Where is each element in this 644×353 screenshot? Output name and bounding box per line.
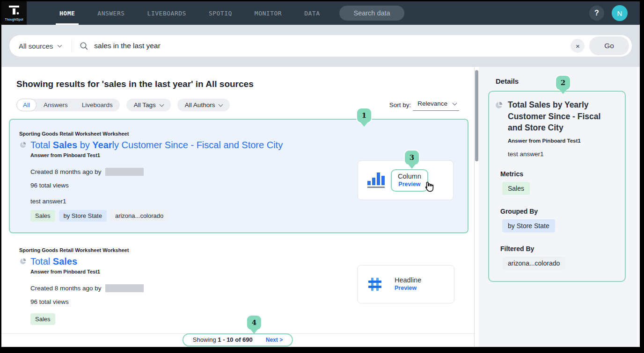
- callout-1: 1: [357, 108, 371, 122]
- details-card: 2 Total Sales by Yearly Customer Since -…: [488, 91, 626, 282]
- answer-pie-icon: [19, 258, 27, 265]
- scrollbar-thumb[interactable]: [475, 70, 478, 161]
- panel-divider: [474, 67, 479, 347]
- nav-item-monitor[interactable]: MONITOR: [243, 1, 293, 25]
- worksheet-source-label: Sporting Goods Retail Worksheet Workshee…: [19, 131, 456, 137]
- details-subtitle: Answer from Pinboard Test1: [508, 138, 618, 144]
- app-window: ThoughtSpot HOME ANSWERS LIVEBOARDS SPOT…: [0, 0, 644, 353]
- callout-4: 4: [247, 316, 261, 330]
- chart-preview-card[interactable]: 3 Column Preview: [358, 160, 454, 200]
- nav-right-group: ? N: [589, 1, 640, 25]
- nav-item-liveboards[interactable]: LIVEBOARDS: [136, 1, 198, 25]
- top-nav: ThoughtSpot HOME ANSWERS LIVEBOARDS SPOT…: [1, 1, 640, 25]
- help-button[interactable]: ?: [589, 6, 604, 21]
- answer-subtitle: Answer from Pinboard Test1: [30, 152, 456, 158]
- metric-tag[interactable]: Sales: [30, 210, 55, 222]
- search-bar: All sources × Go: [9, 35, 632, 57]
- sort-control: Sort by: Relevance: [389, 99, 459, 111]
- answer-pie-icon: [495, 101, 503, 109]
- search-input[interactable]: [93, 41, 571, 50]
- details-title: Total Sales by Yearly Customer Since - F…: [508, 99, 609, 134]
- filtered-by-heading: Filtered By: [500, 245, 618, 252]
- nav-search-data-button[interactable]: Search data: [339, 6, 404, 21]
- metrics-tag[interactable]: Sales: [502, 182, 530, 195]
- filter-tag[interactable]: arizona...colorado: [110, 210, 168, 222]
- source-selector-label: All sources: [19, 42, 53, 50]
- preview-link[interactable]: Preview: [398, 181, 421, 187]
- nav-item-spotiq[interactable]: SPOTIQ: [198, 1, 243, 25]
- chart-type-label: Column: [398, 173, 421, 180]
- all-authors-filter[interactable]: All Authors: [177, 99, 230, 111]
- result-card-highlighted[interactable]: 1 Sporting Goods Retail Worksheet Worksh…: [9, 119, 468, 233]
- body-row: Showing results for 'sales in the last y…: [1, 67, 640, 347]
- pagination-bar: 4 Showing 1 - 10 of 690 Next >: [183, 333, 293, 346]
- source-selector[interactable]: All sources: [9, 39, 72, 52]
- all-authors-label: All Authors: [185, 101, 215, 108]
- metrics-heading: Metrics: [500, 170, 618, 178]
- nav-item-data[interactable]: DATA: [293, 1, 331, 25]
- sort-label: Sort by:: [389, 101, 411, 108]
- preview-link[interactable]: Preview: [395, 285, 421, 291]
- groupby-tag[interactable]: by Store State: [59, 210, 107, 222]
- callout-3: 3: [405, 151, 419, 165]
- headline-hash-icon: [367, 276, 383, 292]
- chevron-down-icon: [159, 102, 164, 107]
- all-tags-label: All Tags: [134, 101, 156, 108]
- results-area: Showing results for 'sales in the last y…: [1, 67, 474, 347]
- nav-item-answers[interactable]: ANSWERS: [86, 1, 136, 25]
- answer-pie-icon: [19, 141, 27, 149]
- tab-all[interactable]: All: [16, 99, 37, 111]
- result-title-link[interactable]: Total Sales: [30, 256, 77, 267]
- preview-label-box: 3 Column Preview: [391, 169, 428, 192]
- tab-answers[interactable]: Answers: [37, 99, 75, 111]
- filter-row: All Answers Liveboards All Tags All Auth…: [16, 99, 459, 111]
- chevron-down-icon: [453, 101, 457, 105]
- user-avatar[interactable]: N: [612, 5, 628, 21]
- clear-search-icon[interactable]: ×: [571, 39, 585, 53]
- filtered-by-tag[interactable]: arizona...colorado: [502, 257, 565, 270]
- chevron-down-icon: [58, 43, 62, 48]
- next-page-link[interactable]: Next >: [266, 337, 283, 343]
- column-chart-icon: [367, 173, 385, 188]
- sort-value: Relevance: [417, 100, 447, 107]
- metric-tag[interactable]: Sales: [30, 313, 55, 325]
- callout-2: 2: [556, 76, 570, 90]
- logo-text: ThoughtSpot: [5, 18, 23, 21]
- pagination-text: Showing 1 - 10 of 690: [193, 336, 253, 343]
- details-panel: Details 2 Total Sales by Yearly Customer…: [479, 67, 640, 347]
- go-button[interactable]: Go: [589, 36, 629, 55]
- grouped-by-tag[interactable]: by Store State: [502, 219, 555, 232]
- details-description: test answer1: [508, 151, 618, 158]
- worksheet-source-label: Sporting Goods Retail Worksheet Workshee…: [19, 247, 457, 253]
- chevron-down-icon: [219, 102, 223, 107]
- preview-label-box: Headline Preview: [389, 273, 428, 295]
- thoughtspot-logo-icon: [9, 6, 19, 16]
- redacted-author: [105, 284, 144, 292]
- tag-row: Sales by Store State arizona...colorado: [30, 210, 456, 222]
- search-section: All sources × Go: [1, 25, 640, 67]
- hand-cursor-icon: [422, 180, 435, 195]
- grouped-by-heading: Grouped By: [500, 208, 618, 215]
- redacted-author: [105, 168, 144, 176]
- all-tags-filter[interactable]: All Tags: [126, 99, 171, 111]
- tab-liveboards[interactable]: Liveboards: [75, 99, 120, 111]
- thoughtspot-logo[interactable]: ThoughtSpot: [1, 1, 27, 25]
- result-card[interactable]: Sporting Goods Retail Worksheet Workshee…: [10, 240, 468, 322]
- tag-row: Sales: [30, 313, 457, 325]
- result-type-tabs: All Answers Liveboards: [16, 99, 120, 111]
- chart-preview-card[interactable]: Headline Preview: [357, 265, 454, 303]
- sort-select[interactable]: Relevance: [413, 99, 459, 111]
- result-title-link[interactable]: Total Sales by Yearly Customer Since - F…: [30, 140, 283, 151]
- search-icon: [80, 42, 88, 50]
- chart-type-label: Headline: [395, 276, 421, 284]
- nav-menu: HOME ANSWERS LIVEBOARDS SPOTIQ MONITOR D…: [48, 1, 331, 25]
- results-heading: Showing results for 'sales in the last y…: [16, 79, 474, 89]
- nav-item-home[interactable]: HOME: [48, 1, 86, 25]
